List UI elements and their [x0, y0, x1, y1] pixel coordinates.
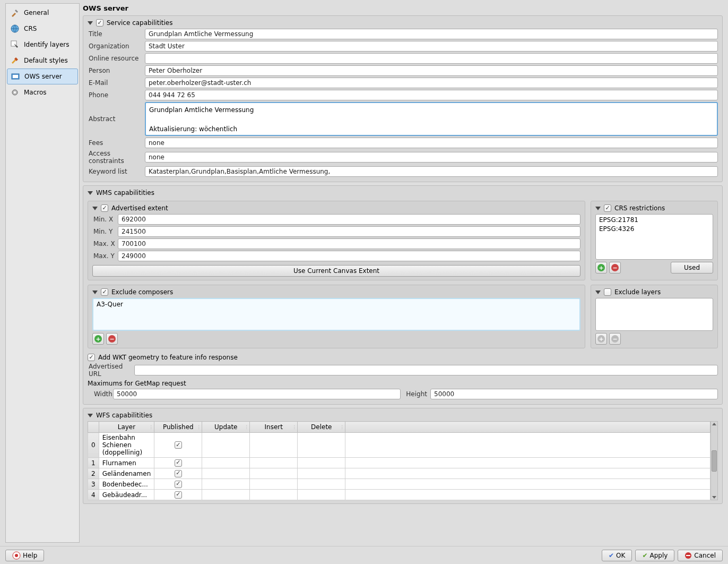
delete-cell[interactable]	[298, 433, 345, 458]
published-cell[interactable]	[154, 479, 202, 490]
crs-list[interactable]: EPSG:21781 EPSG:4326	[595, 214, 713, 260]
person-input[interactable]: Peter Oberholzer	[145, 65, 718, 76]
access-input[interactable]: none	[145, 152, 718, 163]
update-cell[interactable]	[202, 479, 250, 490]
disclosure-icon[interactable]	[92, 290, 98, 294]
plus-icon: +	[597, 335, 605, 343]
sidebar: General CRS Identify layers Default styl…	[5, 3, 80, 543]
disclosure-icon[interactable]	[88, 21, 93, 25]
disclosure-icon[interactable]	[595, 290, 601, 294]
phone-label: Phone	[88, 91, 145, 99]
help-button[interactable]: Help	[5, 550, 44, 561]
online-label: Online resource	[88, 55, 145, 62]
update-cell[interactable]	[202, 433, 250, 458]
sidebar-item-styles[interactable]: Default styles	[6, 53, 79, 69]
crs-remove-button[interactable]: −	[609, 262, 621, 274]
sidebar-item-identify[interactable]: Identify layers	[6, 37, 79, 53]
insert-cell[interactable]	[250, 468, 298, 479]
online-input[interactable]	[145, 53, 718, 64]
sidebar-item-label: Default styles	[24, 57, 68, 64]
title-label: Title	[88, 30, 145, 38]
abstract-textarea[interactable]: Grundplan Amtliche Vermessung Aktualisie…	[145, 102, 718, 136]
col-published[interactable]: Published⋮	[154, 422, 202, 433]
keywords-input[interactable]: Katasterplan,Grundplan,Basisplan,Amtlich…	[145, 166, 718, 177]
published-cell[interactable]	[154, 433, 202, 458]
crs-restrictions-panel: CRS restrictions EPSG:21781 EPSG:4326 + …	[591, 201, 718, 280]
advertised-url-input[interactable]	[134, 365, 718, 375]
col-insert[interactable]: Insert⋮	[250, 422, 298, 433]
crs-add-button[interactable]: +	[595, 262, 607, 274]
row-index: 4	[88, 490, 99, 500]
composers-add-button[interactable]: +	[92, 333, 104, 345]
minus-icon: −	[108, 335, 116, 343]
crs-restrictions-checkbox[interactable]	[604, 204, 611, 212]
width-input[interactable]: 50000	[113, 389, 401, 399]
exclude-layers-checkbox[interactable]	[604, 288, 611, 296]
insert-cell[interactable]	[250, 479, 298, 490]
title-input[interactable]: Grundplan Amtliche Vermessung	[145, 29, 718, 39]
sidebar-item-ows[interactable]: OWS server	[7, 69, 78, 84]
minx-input[interactable]: 692000	[118, 214, 580, 225]
sidebar-item-label: Macros	[24, 89, 47, 96]
delete-cell[interactable]	[298, 468, 345, 479]
delete-cell[interactable]	[298, 479, 345, 490]
wfs-scrollbar[interactable]	[710, 421, 718, 500]
maxx-input[interactable]: 700100	[118, 238, 580, 249]
row-index: 3	[88, 479, 99, 490]
delete-cell[interactable]	[298, 458, 345, 468]
sidebar-item-label: OWS server	[24, 73, 62, 80]
col-delete[interactable]: Delete⋮	[298, 422, 345, 433]
published-cell[interactable]	[154, 490, 202, 500]
crs-used-button[interactable]: Used	[671, 262, 713, 274]
insert-cell[interactable]	[250, 458, 298, 468]
keywords-label: Keyword list	[88, 168, 145, 175]
height-input[interactable]: 50000	[430, 389, 718, 399]
sidebar-item-general[interactable]: General	[6, 5, 79, 21]
layers-list[interactable]	[595, 298, 713, 331]
phone-input[interactable]: 044 944 72 65	[145, 90, 718, 100]
layers-add-button: +	[595, 333, 607, 345]
update-cell[interactable]	[202, 458, 250, 468]
sidebar-item-crs[interactable]: CRS	[6, 21, 79, 37]
apply-button[interactable]: ✔ Apply	[635, 550, 674, 561]
update-cell[interactable]	[202, 490, 250, 500]
insert-cell[interactable]	[250, 490, 298, 500]
published-cell[interactable]	[154, 468, 202, 479]
use-canvas-extent-button[interactable]: Use Current Canvas Extent	[92, 265, 580, 277]
insert-cell[interactable]	[250, 433, 298, 458]
col-update[interactable]: Update⋮	[202, 422, 250, 433]
ok-button[interactable]: ✔ OK	[602, 550, 632, 561]
svg-point-5	[14, 91, 16, 93]
wfs-table: Layer⋮ Published⋮ Update⋮ Insert⋮ Delete…	[88, 421, 710, 500]
service-caps-checkbox[interactable]	[96, 19, 103, 27]
table-row: 3Bodenbedec...	[88, 479, 710, 490]
subpanel-title: CRS restrictions	[614, 204, 665, 212]
maximums-label: Maximums for GetMap request	[88, 380, 718, 387]
miny-label: Min. Y	[92, 228, 118, 235]
org-input[interactable]: Stadt Uster	[145, 41, 718, 52]
disclosure-icon[interactable]	[88, 191, 93, 195]
published-cell[interactable]	[154, 458, 202, 468]
sidebar-item-macros[interactable]: Macros	[6, 84, 79, 100]
disclosure-icon[interactable]	[88, 414, 93, 417]
advertised-extent-checkbox[interactable]	[101, 204, 108, 212]
height-label: Height	[401, 390, 430, 398]
maxy-input[interactable]: 249000	[118, 251, 580, 261]
exclude-composers-checkbox[interactable]	[101, 288, 108, 296]
subpanel-title: Exclude composers	[111, 288, 173, 296]
cancel-button[interactable]: Cancel	[678, 550, 723, 561]
composers-list[interactable]: A3-Quer	[92, 298, 580, 331]
email-input[interactable]: peter.oberholzer@stadt-uster.ch	[145, 78, 718, 88]
col-layer[interactable]: Layer⋮	[99, 422, 154, 433]
disclosure-icon[interactable]	[92, 207, 98, 210]
fees-input[interactable]: none	[145, 138, 718, 148]
add-wkt-checkbox[interactable]	[88, 354, 95, 361]
delete-cell[interactable]	[298, 490, 345, 500]
hammer-icon	[10, 8, 20, 18]
miny-input[interactable]: 241500	[118, 226, 580, 237]
update-cell[interactable]	[202, 468, 250, 479]
globe-icon	[10, 24, 20, 33]
disclosure-icon[interactable]	[595, 207, 601, 210]
content-scroll[interactable]: OWS server Service capabilitities TitleG…	[83, 3, 725, 543]
composers-remove-button[interactable]: −	[106, 333, 118, 345]
